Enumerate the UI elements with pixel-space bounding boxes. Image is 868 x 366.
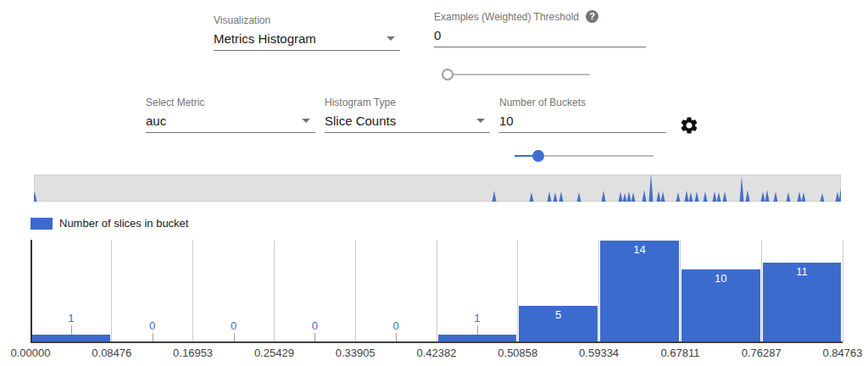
num-buckets-input[interactable] <box>499 110 666 132</box>
metric-value-spike <box>836 191 840 202</box>
x-axis-tick-label: 0.08476 <box>92 347 131 359</box>
metric-value-spike <box>689 192 693 202</box>
metric-value-spike <box>717 192 721 202</box>
threshold-label: Examples (Weighted) Threshold <box>434 10 646 24</box>
num-buckets-input-wrap <box>499 109 666 133</box>
bar-value-label: 1 <box>31 312 112 324</box>
y-axis-line <box>31 240 32 342</box>
metric-select[interactable]: auc <box>146 109 315 133</box>
metric-value-spike <box>704 191 708 202</box>
metric-value-spike <box>554 192 558 202</box>
metric-value-spike <box>649 174 654 202</box>
bar-value-label: 11 <box>761 265 843 278</box>
visualization-select[interactable]: Metrics Histogram <box>214 27 400 51</box>
x-axis-tick-label: 0.84763 <box>823 347 863 359</box>
slider-thumb[interactable] <box>532 150 544 162</box>
num-buckets-slider[interactable] <box>509 150 659 162</box>
x-axis-tick-label: 0.00000 <box>11 347 51 359</box>
metric-value-spike <box>632 192 636 202</box>
metric-overview-spikes <box>34 166 841 202</box>
slice-counts-histogram: 1000015141011 <box>31 240 843 342</box>
metric-value-spike <box>761 191 765 202</box>
metric-value-spike <box>548 191 552 202</box>
bar-value-label: 0 <box>112 319 193 332</box>
help-icon[interactable]: ? <box>586 10 598 23</box>
metric-value-spike <box>676 192 681 202</box>
metric-value-spike <box>787 192 791 202</box>
metric-value-spike <box>492 191 497 202</box>
threshold-input-wrap <box>434 24 646 47</box>
bar-value-label: 5 <box>518 308 599 321</box>
metric-value-spike <box>530 192 534 202</box>
threshold-input[interactable] <box>434 25 646 47</box>
metric-value-spike <box>559 191 564 202</box>
metric-value-spike <box>577 192 581 202</box>
gridline <box>517 240 518 342</box>
x-axis-tick-label: 0.76287 <box>742 347 782 359</box>
metric-value-spike <box>821 193 825 202</box>
metric-value-spike <box>643 190 647 202</box>
legend-swatch <box>31 218 53 230</box>
metric-value-spike <box>713 191 717 202</box>
num-buckets-field: Number of Buckets <box>499 96 666 133</box>
threshold-slider[interactable] <box>442 69 596 80</box>
metric-value-spike <box>839 188 842 202</box>
metric-field: Select Metric auc <box>146 96 315 133</box>
histogram-type-label: Histogram Type <box>325 96 490 109</box>
slider-track[interactable] <box>448 74 590 75</box>
histogram-type-select[interactable]: Slice Counts <box>325 109 490 133</box>
x-axis-tick-label: 0.25429 <box>254 347 294 359</box>
metric-value-spike <box>765 190 770 202</box>
bar-value-label: 0 <box>193 319 275 332</box>
x-axis-tick-label: 0.59334 <box>579 347 619 359</box>
x-axis-tick-label: 0.16953 <box>173 347 213 359</box>
x-axis-tick-label: 0.50858 <box>498 347 537 359</box>
x-axis-labels: 0.000000.084760.169530.254290.339050.423… <box>31 347 843 360</box>
visualization-selected-value: Metrics Histogram <box>214 31 316 46</box>
chevron-down-icon[interactable] <box>476 119 485 123</box>
histogram-type-field: Histogram Type Slice Counts <box>325 96 490 133</box>
metric-value-spike <box>740 176 744 202</box>
slider-thumb[interactable] <box>442 69 453 80</box>
metric-label: Select Metric <box>146 96 315 109</box>
metric-value-spike <box>627 191 632 202</box>
metric-value-spike <box>798 191 802 202</box>
chevron-down-icon[interactable] <box>302 119 310 123</box>
x-axis-tick-label: 0.33905 <box>336 347 376 359</box>
metric-value-spike <box>746 190 750 202</box>
metric-selected-value: auc <box>146 114 166 128</box>
metric-value-spike <box>657 191 661 202</box>
metric-value-spike <box>623 193 627 202</box>
gridline <box>843 240 843 342</box>
metric-value-spike <box>619 191 623 202</box>
metric-value-spike <box>602 191 606 202</box>
num-buckets-label: Number of Buckets <box>499 96 666 109</box>
x-axis-line <box>31 341 843 343</box>
visualization-field: Visualization Metrics Histogram <box>214 14 400 51</box>
settings-gear-icon[interactable] <box>679 115 699 136</box>
histogram-bar <box>600 241 679 342</box>
metric-value-spike <box>34 191 37 202</box>
bar-value-label: 0 <box>274 319 355 332</box>
bar-value-label: 1 <box>437 312 518 324</box>
histogram-type-selected-value: Slice Counts <box>325 114 396 128</box>
threshold-field: Examples (Weighted) Threshold <box>434 10 646 47</box>
bar-value-label: 10 <box>680 272 761 285</box>
bar-value-label: 14 <box>599 243 681 256</box>
tfma-metrics-histogram-view: Visualization Metrics Histogram Examples… <box>0 0 868 366</box>
gridline <box>761 240 762 342</box>
metric-value-spike <box>695 191 699 202</box>
metric-value-spike <box>661 191 665 202</box>
chevron-down-icon[interactable] <box>387 36 395 41</box>
metric-value-spike <box>723 191 727 202</box>
bar-value-label: 0 <box>355 319 437 332</box>
x-axis-tick-label: 0.67811 <box>660 347 699 359</box>
metric-value-spike <box>774 191 778 202</box>
metric-value-spike <box>685 191 689 202</box>
label-stem <box>71 325 72 335</box>
x-axis-tick-label: 0.42382 <box>417 347 457 359</box>
visualization-label: Visualization <box>214 14 400 27</box>
label-stem <box>477 325 478 335</box>
legend-label: Number of slices in bucket <box>59 217 188 230</box>
chart-legend: Number of slices in bucket <box>31 217 188 230</box>
